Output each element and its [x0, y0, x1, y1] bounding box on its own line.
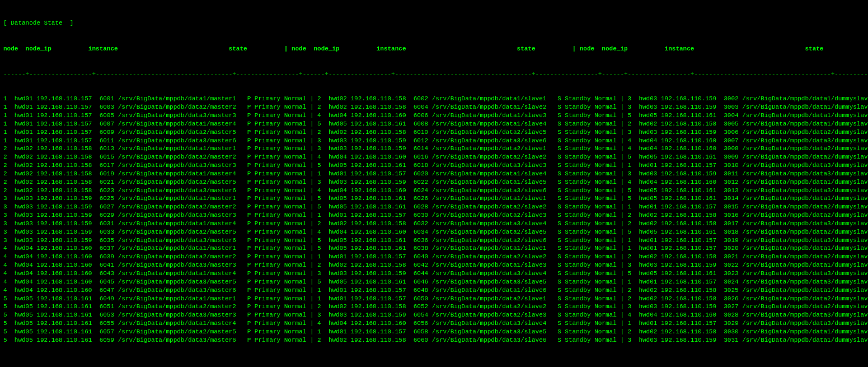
table-row: 3 hwd03 192.168.110.159 6029 /srv/BigDat…: [3, 211, 865, 220]
table-row: 4 hwd04 192.168.110.160 6045 /srv/BigDat…: [3, 278, 865, 286]
table-row: 3 hwd03 192.168.110.159 6033 /srv/BigDat…: [3, 228, 865, 236]
table-row: 1 hwd01 192.168.110.157 6003 /srv/BigDat…: [3, 103, 865, 112]
column-headers: node node_ip instance state | node node_…: [3, 45, 865, 53]
table-row: 3 hwd03 192.168.110.159 6027 /srv/BigDat…: [3, 203, 865, 211]
table-row: 1 hwd01 192.168.110.157 6011 /srv/BigDat…: [3, 137, 865, 145]
terminal-window: [ Datanode State ] node node_ip instance…: [3, 2, 865, 352]
table-row: 2 hwd02 192.168.110.158 6019 /srv/BigDat…: [3, 170, 865, 178]
table-row: 5 hwd05 192.168.110.161 6053 /srv/BigDat…: [3, 311, 865, 319]
table-row: 4 hwd04 192.168.110.160 6039 /srv/BigDat…: [3, 253, 865, 261]
table-row: 1 hwd01 192.168.110.157 6009 /srv/BigDat…: [3, 128, 865, 137]
table-row: 4 hwd04 192.168.110.160 6037 /srv/BigDat…: [3, 244, 865, 253]
table-row: 1 hwd01 192.168.110.157 6005 /srv/BigDat…: [3, 112, 865, 120]
table-row: 5 hwd05 192.168.110.161 6059 /srv/BigDat…: [3, 336, 865, 345]
table-row: 4 hwd04 192.168.110.160 6041 /srv/BigDat…: [3, 261, 865, 270]
table-row: 1 hwd01 192.168.110.157 6001 /srv/BigDat…: [3, 95, 865, 103]
table-row: 3 hwd03 192.168.110.159 6025 /srv/BigDat…: [3, 194, 865, 203]
table-row: 2 hwd02 192.168.110.158 6013 /srv/BigDat…: [3, 145, 865, 153]
table-row: 5 hwd05 192.168.110.161 6051 /srv/BigDat…: [3, 303, 865, 311]
table-row: 1 hwd01 192.168.110.157 6007 /srv/BigDat…: [3, 120, 865, 128]
table-row: 2 hwd02 192.168.110.158 6015 /srv/BigDat…: [3, 153, 865, 161]
terminal-title: [ Datanode State ]: [3, 19, 865, 27]
table-row: 4 hwd04 192.168.110.160 6043 /srv/BigDat…: [3, 270, 865, 278]
separator: ------+-----------------+---------------…: [3, 70, 865, 78]
table-row: 4 hwd04 192.168.110.160 6047 /srv/BigDat…: [3, 286, 865, 295]
table-row: 2 hwd02 192.168.110.158 6023 /srv/BigDat…: [3, 187, 865, 195]
table-row: 2 hwd02 192.168.110.158 6017 /srv/BigDat…: [3, 161, 865, 170]
table-row: 3 hwd03 192.168.110.159 6031 /srv/BigDat…: [3, 220, 865, 228]
data-rows-container: 1 hwd01 192.168.110.157 6001 /srv/BigDat…: [3, 95, 865, 344]
table-row: 3 hwd03 192.168.110.159 6035 /srv/BigDat…: [3, 236, 865, 245]
table-row: 5 hwd05 192.168.110.161 6055 /srv/BigDat…: [3, 319, 865, 328]
table-row: 5 hwd05 192.168.110.161 6049 /srv/BigDat…: [3, 295, 865, 303]
table-row: 5 hwd05 192.168.110.161 6057 /srv/BigDat…: [3, 328, 865, 336]
table-row: 2 hwd02 192.168.110.158 6021 /srv/BigDat…: [3, 178, 865, 187]
